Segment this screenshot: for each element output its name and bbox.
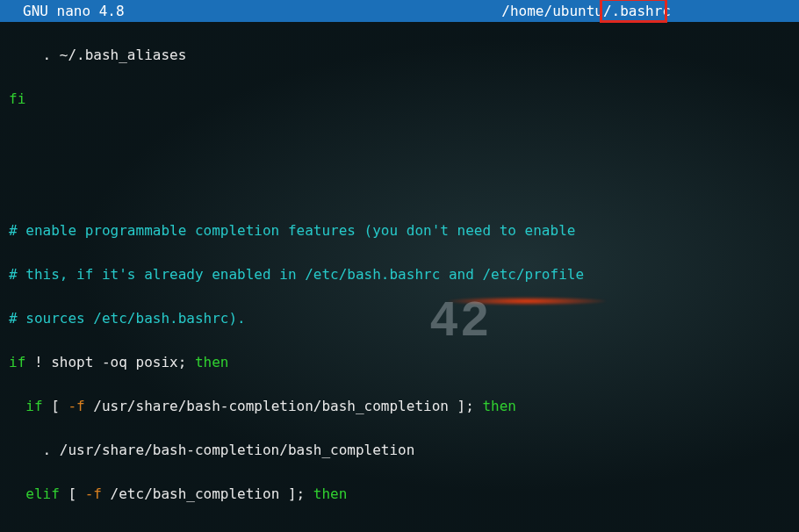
blank-line	[9, 176, 790, 198]
titlebar-spacer	[125, 0, 502, 22]
code-flag: -f	[85, 485, 102, 502]
file-path-dir: /home/ubuntu/	[501, 3, 611, 19]
code-keyword: then	[195, 354, 229, 370]
blank-line	[9, 132, 790, 154]
code-flag: -f	[68, 398, 84, 414]
code-text: ! shopt -oq posix;	[25, 354, 195, 370]
code-keyword: elif	[9, 485, 60, 502]
editor-titlebar: GNU nano 4.8 /home/ubuntu/.bashrc	[0, 0, 799, 22]
code-comment: # sources /etc/bash.bashrc).	[9, 310, 246, 327]
code-keyword: fi	[9, 90, 25, 107]
code-comment: # enable programmable completion feature…	[9, 222, 575, 239]
app-name: GNU nano 4.8	[5, 0, 125, 22]
editor-content[interactable]: . ~/.bash_aliases fi # enable programmab…	[0, 22, 799, 532]
code-keyword: then	[313, 485, 348, 502]
code-text: . ~/.bash_aliases	[9, 47, 186, 63]
code-keyword: if	[9, 354, 25, 370]
code-keyword: then	[482, 398, 516, 414]
code-text: /usr/share/bash-completion/bash_completi…	[85, 398, 483, 414]
code-comment: # this, if it's already enabled in /etc/…	[9, 266, 584, 283]
code-text: [	[60, 485, 85, 502]
code-text: /etc/bash_completion ];	[102, 485, 313, 502]
file-path-name: .bashrc	[612, 3, 671, 19]
code-text: [	[43, 398, 68, 414]
file-path: /home/ubuntu/.bashrc	[501, 0, 794, 22]
code-text: . /usr/share/bash-completion/bash_comple…	[9, 442, 414, 458]
code-keyword: if	[9, 398, 43, 414]
